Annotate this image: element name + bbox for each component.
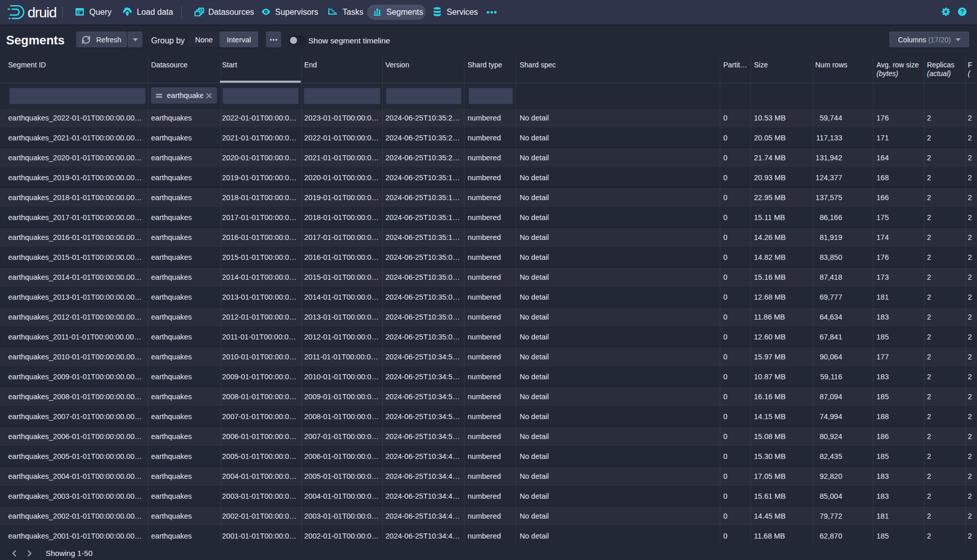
svg-text:?: ? [960,8,964,15]
